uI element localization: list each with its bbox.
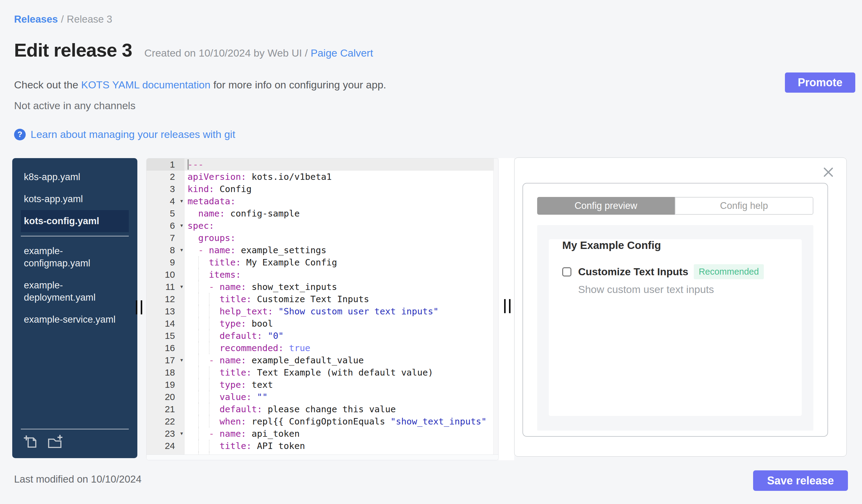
- indent-guide: [209, 293, 210, 305]
- code-line-text[interactable]: - name: api_token: [184, 427, 498, 440]
- editor-line-1[interactable]: 1---: [146, 158, 498, 171]
- line-number: 15: [146, 330, 184, 342]
- editor-line-5[interactable]: 5 name: config-sample: [146, 207, 498, 220]
- sidebar-item-kots-config.yaml[interactable]: kots-config.yaml: [21, 210, 129, 232]
- indent-guide: [198, 403, 199, 415]
- indent-guide: [198, 354, 199, 367]
- fold-arrow-icon[interactable]: ▾: [180, 281, 183, 293]
- code-line-text[interactable]: type: password: [184, 452, 498, 454]
- sidebar-item-example-deployment.yaml[interactable]: example-deployment.yaml: [21, 274, 129, 308]
- yaml-editor[interactable]: 1---2apiVersion: kots.io/v1beta13kind: C…: [146, 158, 499, 460]
- indent-guide: [198, 268, 199, 281]
- line-number: 21: [146, 403, 184, 415]
- tab-config-preview[interactable]: Config preview: [537, 197, 675, 215]
- git-releases-link[interactable]: Learn about managing your releases with …: [30, 129, 235, 141]
- code-line-text[interactable]: title: API token: [184, 440, 498, 452]
- code-line-text[interactable]: - name: show_text_inputs: [184, 281, 498, 293]
- sidebar-divider: [21, 236, 129, 236]
- indent-guide: [209, 330, 210, 342]
- editor-line-24[interactable]: 24 title: API token: [146, 440, 498, 452]
- code-line-text[interactable]: metadata:: [184, 195, 498, 207]
- editor-line-13[interactable]: 13 help_text: "Show custom user text inp…: [146, 305, 498, 317]
- code-line-text[interactable]: when: repl{{ ConfigOptionEquals "show_te…: [184, 415, 498, 427]
- editor-line-18[interactable]: 18 title: Text Example (with default val…: [146, 367, 498, 379]
- sidebar-item-example-service.yaml[interactable]: example-service.yaml: [21, 308, 129, 331]
- editor-line-12[interactable]: 12 title: Customize Text Inputs: [146, 293, 498, 305]
- editor-line-19[interactable]: 19 type: text: [146, 379, 498, 391]
- fold-arrow-icon[interactable]: ▾: [180, 244, 183, 256]
- created-info: Created on 10/10/2024 by Web UI / Paige …: [144, 47, 373, 59]
- close-icon[interactable]: [823, 167, 834, 178]
- indent-guide: [198, 330, 199, 342]
- editor-line-23[interactable]: 23▾ - name: api_token: [146, 427, 498, 440]
- file-plus-icon[interactable]: [23, 434, 38, 449]
- code-line-text[interactable]: title: Text Example (with default value): [184, 367, 498, 379]
- fold-arrow-icon[interactable]: ▾: [180, 427, 183, 440]
- editor-line-7[interactable]: 7 groups:: [146, 232, 498, 244]
- editor-line-11[interactable]: 11▾ - name: show_text_inputs: [146, 281, 498, 293]
- code-line-text[interactable]: default: "0": [184, 330, 498, 342]
- promote-button[interactable]: Promote: [785, 72, 855, 93]
- doc-prefix: Check out the: [14, 79, 81, 91]
- editor-line-6[interactable]: 6▾spec:: [146, 220, 498, 232]
- editor-line-22[interactable]: 22 when: repl{{ ConfigOptionEquals "show…: [146, 415, 498, 427]
- editor-line-3[interactable]: 3kind: Config: [146, 183, 498, 195]
- editor-line-17[interactable]: 17▾ - name: example_default_value: [146, 354, 498, 367]
- line-number: 10: [146, 268, 184, 281]
- code-line-text[interactable]: default: please change this value: [184, 403, 498, 415]
- editor-line-8[interactable]: 8▾ - name: example_settings: [146, 244, 498, 256]
- editor-line-20[interactable]: 20 value: "": [146, 391, 498, 403]
- code-line-text[interactable]: type: bool: [184, 317, 498, 330]
- sidebar-item-kots-app.yaml[interactable]: kots-app.yaml: [21, 188, 129, 210]
- sidebar-item-k8s-app.yaml[interactable]: k8s-app.yaml: [21, 166, 129, 188]
- editor-horizontal-scrollbar[interactable]: [146, 454, 498, 460]
- preview-card: Config previewConfig help My Example Con…: [522, 183, 828, 437]
- code-line-text[interactable]: type: text: [184, 379, 498, 391]
- code-line-text[interactable]: - name: example_settings: [184, 244, 498, 256]
- code-line-text[interactable]: ---: [184, 158, 498, 171]
- code-line-text[interactable]: recommended: true: [184, 342, 498, 354]
- resize-handle-left[interactable]: [136, 300, 145, 314]
- preview-tabbar: Config previewConfig help: [537, 197, 813, 215]
- code-line-text[interactable]: groups:: [184, 232, 498, 244]
- config-group-card: My Example Config Customize Text Inputs …: [549, 239, 802, 416]
- editor-line-16[interactable]: 16 recommended: true: [146, 342, 498, 354]
- folder-plus-icon[interactable]: [47, 434, 63, 449]
- indent-guide: [198, 281, 199, 293]
- editor-rows: 1---2apiVersion: kots.io/v1beta13kind: C…: [146, 158, 498, 454]
- page: Releases/Release 3 Edit release 3 Create…: [0, 0, 862, 504]
- editor-vertical-scrollbar[interactable]: [493, 158, 498, 454]
- customize-text-inputs-checkbox[interactable]: [562, 267, 571, 277]
- code-line-text[interactable]: name: config-sample: [184, 207, 498, 220]
- code-line-text[interactable]: items:: [184, 268, 498, 281]
- code-line-text[interactable]: - name: example_default_value: [184, 354, 498, 367]
- editor-line-25[interactable]: 25 type: password: [146, 452, 498, 454]
- resize-handle-right[interactable]: [504, 299, 513, 313]
- editor-line-2[interactable]: 2apiVersion: kots.io/v1beta1: [146, 171, 498, 183]
- code-line-text[interactable]: apiVersion: kots.io/v1beta1: [184, 171, 498, 183]
- sidebar-item-example-configmap.yaml[interactable]: example-configmap.yaml: [21, 240, 129, 274]
- kots-yaml-doc-link[interactable]: KOTS YAML documentation: [81, 79, 210, 91]
- code-line-text[interactable]: spec:: [184, 220, 498, 232]
- editor-line-10[interactable]: 10 items:: [146, 268, 498, 281]
- code-line-text[interactable]: title: Customize Text Inputs: [184, 293, 498, 305]
- author-link[interactable]: Paige Calvert: [311, 47, 373, 59]
- fold-arrow-icon[interactable]: ▾: [180, 354, 183, 367]
- save-release-button[interactable]: Save release: [753, 470, 848, 491]
- code-line-text[interactable]: value: "": [184, 391, 498, 403]
- line-number: 17▾: [146, 354, 184, 367]
- breadcrumb-releases-link[interactable]: Releases: [14, 13, 58, 25]
- code-line-text[interactable]: title: My Example Config: [184, 256, 498, 268]
- editor-line-15[interactable]: 15 default: "0": [146, 330, 498, 342]
- code-line-text[interactable]: kind: Config: [184, 183, 498, 195]
- editor-line-21[interactable]: 21 default: please change this value: [146, 403, 498, 415]
- fold-arrow-icon[interactable]: ▾: [180, 195, 183, 207]
- code-line-text[interactable]: help_text: "Show custom user text inputs…: [184, 305, 498, 317]
- fold-arrow-icon[interactable]: ▾: [180, 220, 183, 232]
- line-number: 11▾: [146, 281, 184, 293]
- tab-config-help[interactable]: Config help: [675, 197, 814, 215]
- editor-line-9[interactable]: 9 title: My Example Config: [146, 256, 498, 268]
- editor-line-4[interactable]: 4▾metadata:: [146, 195, 498, 207]
- editor-line-14[interactable]: 14 type: bool: [146, 317, 498, 330]
- page-title: Edit release 3: [14, 39, 132, 61]
